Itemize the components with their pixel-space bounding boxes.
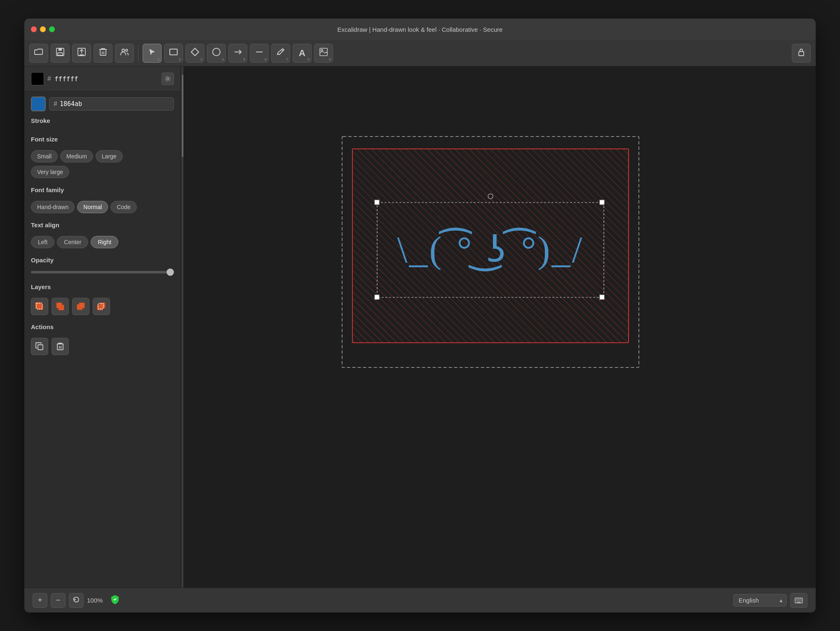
maximize-button[interactable] — [49, 26, 55, 32]
language-dropdown[interactable]: English — [733, 594, 787, 607]
text-align-section: Text align Left Center Right — [24, 217, 181, 252]
svg-rect-36 — [38, 345, 43, 350]
diamond-tool-button[interactable]: 3 — [185, 44, 204, 63]
delete-icon — [56, 342, 65, 351]
stroke-color-input[interactable]: 1864ab — [60, 100, 169, 108]
opacity-slider-thumb[interactable] — [167, 268, 174, 276]
tool-shortcut-4: 4 — [222, 57, 224, 61]
bring-to-front-button[interactable] — [93, 298, 110, 315]
window-title: Excalidraw | Hand-drawn look & feel · Co… — [31, 26, 809, 33]
reset-zoom-button[interactable] — [69, 593, 84, 608]
bring-forward-button[interactable] — [72, 298, 89, 315]
font-size-very-large[interactable]: Very large — [31, 166, 69, 178]
stroke-section: # 1864ab Stroke — [24, 92, 181, 131]
minimize-button[interactable] — [40, 26, 46, 32]
svg-rect-34 — [100, 303, 105, 308]
send-backward-button[interactable] — [52, 298, 69, 315]
tool-shortcut-3: 3 — [200, 57, 202, 61]
save-button[interactable] — [51, 44, 70, 63]
select-tool-button[interactable]: 1 — [143, 44, 162, 63]
tool-shortcut-5: 5 — [243, 57, 245, 61]
font-family-label: Font family — [31, 186, 174, 193]
opacity-label: Opacity — [31, 257, 174, 264]
send-to-back-icon — [34, 301, 45, 312]
image-tool-button[interactable]: 9 — [314, 44, 333, 63]
ellipse-tool-button[interactable]: 4 — [207, 44, 226, 63]
tool-shortcut-2: 2 — [179, 57, 181, 61]
stroke-row: # 1864ab — [24, 92, 181, 115]
lock-tool-button[interactable] — [792, 44, 811, 63]
handle-top-right[interactable] — [600, 200, 604, 205]
export-button[interactable] — [72, 44, 91, 63]
line-icon — [255, 47, 264, 59]
font-size-large[interactable]: Large — [96, 150, 123, 162]
svg-rect-6 — [100, 49, 106, 55]
trash-icon — [98, 47, 108, 59]
stroke-color-swatch[interactable] — [31, 97, 46, 111]
duplicate-button[interactable] — [31, 338, 48, 355]
open-button[interactable] — [29, 44, 48, 63]
collaborate-button[interactable] — [115, 44, 134, 63]
text-tool-button[interactable]: A 8 — [293, 44, 312, 63]
bottombar: + − 100% English — [24, 588, 816, 612]
titlebar: Excalidraw | Hand-drawn look & feel · Co… — [24, 19, 816, 40]
bring-forward-icon — [75, 301, 87, 312]
font-code[interactable]: Code — [110, 201, 136, 213]
pencil-icon — [276, 47, 285, 59]
svg-rect-24 — [799, 52, 804, 56]
duplicate-icon — [35, 342, 44, 351]
rectangle-tool-button[interactable]: 2 — [164, 44, 183, 63]
ellipse-icon — [212, 47, 221, 59]
svg-marker-12 — [191, 48, 199, 56]
font-size-buttons-2: Very large — [24, 166, 181, 181]
select-icon — [148, 48, 156, 58]
zoom-out-button[interactable]: − — [51, 593, 66, 608]
settings-button[interactable] — [162, 73, 174, 85]
font-normal[interactable]: Normal — [77, 201, 108, 213]
text-align-buttons: Left Center Right — [24, 234, 181, 252]
svg-line-21 — [322, 51, 325, 53]
handle-bottom-right[interactable] — [600, 295, 604, 299]
background-color-swatch[interactable] — [31, 72, 44, 85]
align-right[interactable]: Right — [91, 236, 118, 248]
pencil-tool-button[interactable]: 7 — [271, 44, 290, 63]
layers-buttons — [24, 296, 181, 320]
arrow-tool-button[interactable]: 5 — [228, 44, 247, 63]
font-size-small[interactable]: Small — [31, 150, 58, 162]
send-to-back-button[interactable] — [31, 298, 48, 315]
font-hand-drawn[interactable]: Hand-drawn — [31, 201, 75, 213]
svg-rect-32 — [79, 303, 84, 308]
send-backward-icon — [54, 301, 66, 312]
sidebar: # ffffff # 1864ab — [24, 66, 181, 588]
plus-icon: + — [38, 596, 42, 605]
align-center[interactable]: Center — [57, 236, 88, 248]
toolbar: 1 2 3 4 — [24, 40, 816, 66]
lock-icon — [797, 47, 806, 59]
folder-icon — [34, 47, 44, 59]
background-color-input[interactable]: ffffff — [54, 75, 158, 83]
lang-container: English ▲ — [733, 594, 787, 607]
hash-stroke: # — [54, 100, 57, 108]
canvas-text[interactable]: \_( ͡° ͜ʖ ͡°)_/ — [397, 228, 584, 271]
line-tool-button[interactable]: 6 — [250, 44, 269, 63]
align-left[interactable]: Left — [31, 236, 54, 248]
tool-shortcut-7: 7 — [286, 57, 288, 61]
actions-label: Actions — [31, 323, 174, 330]
svg-point-10 — [126, 49, 128, 52]
keyboard-button[interactable] — [790, 593, 807, 608]
delete-action-button[interactable] — [52, 338, 69, 355]
close-button[interactable] — [31, 26, 37, 32]
main-area: # ffffff # 1864ab — [24, 66, 816, 588]
delete-button[interactable] — [94, 44, 113, 63]
canvas-area[interactable]: \_( ͡° ͜ʖ ͡°)_/ — [183, 66, 816, 588]
handle-top-left[interactable] — [375, 200, 379, 205]
toolbar-divider-1 — [138, 46, 138, 61]
font-size-buttons: Small Medium Large — [24, 148, 181, 166]
svg-rect-19 — [321, 49, 323, 51]
zoom-in-button[interactable]: + — [33, 593, 47, 608]
save-icon — [55, 47, 65, 59]
font-size-medium[interactable]: Medium — [60, 150, 93, 162]
diamond-icon — [190, 47, 199, 59]
font-size-label: Font size — [31, 136, 174, 143]
handle-bottom-left[interactable] — [375, 295, 379, 299]
